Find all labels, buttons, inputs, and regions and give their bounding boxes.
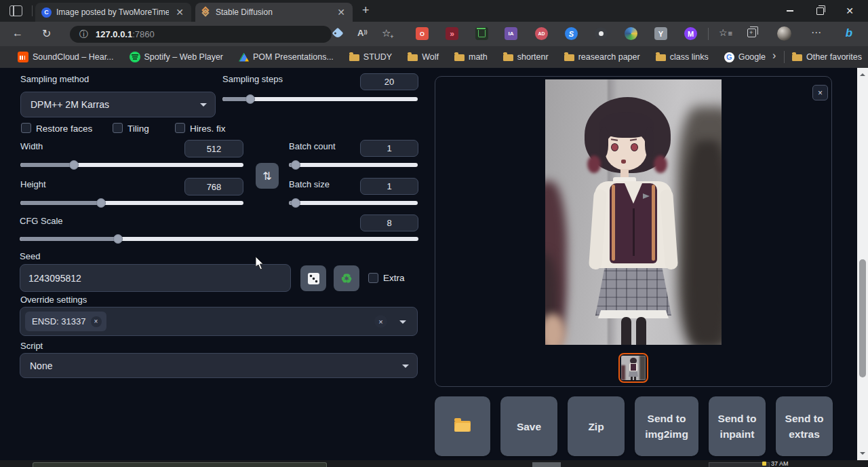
width-value[interactable]: 512 xyxy=(184,140,243,157)
google-drive-icon xyxy=(239,53,249,62)
shopping-tag-icon[interactable] xyxy=(332,28,344,39)
back-icon[interactable]: ← xyxy=(12,27,23,39)
tiling-label: Tiling xyxy=(127,124,149,134)
more-menu-icon[interactable]: ⋯ xyxy=(811,26,821,39)
profile-avatar[interactable] xyxy=(777,26,791,41)
scrollbar-thumb[interactable] xyxy=(859,259,866,377)
slider-thumb[interactable] xyxy=(245,94,255,104)
new-tab-button[interactable]: + xyxy=(362,4,370,16)
override-settings-box[interactable]: ENSD: 31337 × × xyxy=(20,307,418,336)
bookmark-pom[interactable]: POM Presentations... xyxy=(239,52,334,62)
bookmark-soundcloud[interactable]: SoundCloud – Hear... xyxy=(18,52,114,62)
swap-dimensions-button[interactable]: ⇅ xyxy=(256,163,279,189)
address-bar[interactable]: ⓘ 127.0.0.1:7860 xyxy=(70,26,332,43)
o-extension-icon[interactable]: O xyxy=(416,27,429,40)
height-value[interactable]: 768 xyxy=(184,178,243,195)
taskbar-search-box[interactable] xyxy=(33,462,327,467)
trash-extension-icon[interactable] xyxy=(475,27,488,40)
batch-size-slider[interactable] xyxy=(289,198,418,208)
bookmark-folder-classlinks[interactable]: class links xyxy=(656,52,709,62)
vertical-scrollbar[interactable] xyxy=(857,68,868,460)
sampling-method-value: DPM++ 2M Karras xyxy=(31,99,109,110)
bookmark-spotify[interactable]: Spotify – Web Player xyxy=(130,52,224,62)
zip-button[interactable]: Zip xyxy=(568,396,625,456)
tab-civitai[interactable]: C Image posted by TwoMoreTimes ✕ xyxy=(35,3,191,22)
tab-close-icon[interactable]: ✕ xyxy=(336,7,347,17)
cfg-scale-value[interactable]: 8 xyxy=(360,214,418,231)
slider-thumb[interactable] xyxy=(69,160,79,170)
bookmark-folder-wolf[interactable]: Wolf xyxy=(408,52,439,62)
script-dropdown[interactable]: None xyxy=(20,353,418,378)
monica-extension-icon[interactable]: M xyxy=(684,27,697,40)
height-slider[interactable] xyxy=(20,198,243,208)
bookmark-google[interactable]: GGoogle xyxy=(724,52,766,62)
tab-groups-icon[interactable] xyxy=(9,5,22,16)
chip-remove-icon[interactable]: × xyxy=(91,316,102,327)
batch-count-slider[interactable] xyxy=(289,160,418,170)
tiling-checkbox[interactable] xyxy=(113,123,123,133)
bing-icon[interactable]: b xyxy=(841,25,857,41)
extra-checkbox[interactable] xyxy=(368,273,378,283)
restore-button[interactable] xyxy=(804,0,835,22)
globe-extension-icon[interactable] xyxy=(625,27,637,40)
gallery-thumbnail-selected[interactable] xyxy=(618,353,648,383)
bookmark-label: math xyxy=(469,52,488,62)
bookmark-folder-study[interactable]: STUDY xyxy=(349,52,392,62)
close-window-button[interactable]: ✕ xyxy=(834,0,865,22)
favorites-list-icon[interactable]: ☆ xyxy=(719,27,732,38)
video-downloader-extension-icon[interactable]: » xyxy=(446,27,458,40)
bookmark-folder-math[interactable]: math xyxy=(454,52,488,62)
slider-thumb[interactable] xyxy=(113,234,123,244)
add-favorite-icon[interactable]: ☆ xyxy=(382,27,391,39)
dice-icon xyxy=(308,273,319,284)
restore-icon xyxy=(816,7,824,15)
send-to-extras-button[interactable]: Send to extras xyxy=(776,396,833,456)
open-folder-button[interactable] xyxy=(435,396,490,456)
collections-icon[interactable] xyxy=(747,29,756,37)
adblock-extension-icon[interactable]: AD xyxy=(535,27,548,40)
scroll-up-icon[interactable] xyxy=(860,71,865,76)
shazam-extension-icon[interactable]: S xyxy=(565,27,578,40)
restore-faces-checkbox[interactable] xyxy=(21,123,31,133)
extra-label: Extra xyxy=(383,273,405,283)
save-button[interactable]: Save xyxy=(500,396,557,456)
reload-icon[interactable]: ↻ xyxy=(42,27,51,40)
y-extension-icon[interactable]: Y xyxy=(654,27,667,40)
send-to-img2img-button[interactable]: Send to img2img xyxy=(635,396,698,456)
slider-thumb[interactable] xyxy=(291,198,300,208)
ia-extension-icon[interactable]: IA xyxy=(505,27,517,40)
seed-input[interactable] xyxy=(20,264,291,292)
generated-image[interactable] xyxy=(545,79,722,345)
sampling-steps-value[interactable]: 20 xyxy=(360,73,418,90)
clear-selection-icon[interactable]: × xyxy=(374,315,387,328)
location-extension-icon[interactable] xyxy=(595,27,608,40)
batch-size-value[interactable]: 1 xyxy=(360,178,418,195)
thumb-leg xyxy=(631,377,633,380)
bookmark-folder-shortenr[interactable]: shortenr xyxy=(503,52,549,62)
site-info-icon[interactable]: ⓘ xyxy=(79,29,88,41)
reuse-seed-button[interactable]: ♻ xyxy=(334,265,359,291)
sampling-method-dropdown[interactable]: DPM++ 2M Karras xyxy=(20,92,216,117)
cfg-scale-slider[interactable] xyxy=(20,234,418,244)
close-gallery-button[interactable]: × xyxy=(812,85,828,100)
slider-thumb[interactable] xyxy=(291,160,300,170)
bookmark-other-favorites[interactable]: Other favorites xyxy=(792,46,862,68)
tab-stable-diffusion[interactable]: Stable Diffusion ✕ xyxy=(195,3,353,22)
minimize-button[interactable] xyxy=(774,0,806,22)
sampling-steps-label: Sampling steps xyxy=(222,74,283,84)
chevron-down-icon[interactable] xyxy=(399,320,406,327)
sampling-steps-slider[interactable] xyxy=(222,94,418,104)
batch-count-value[interactable]: 1 xyxy=(360,140,418,157)
slider-thumb[interactable] xyxy=(96,198,106,208)
override-chip[interactable]: ENSD: 31337 × xyxy=(25,312,106,331)
bookmark-folder-research[interactable]: reasearch paper xyxy=(564,52,640,62)
scroll-down-icon[interactable] xyxy=(860,452,865,457)
width-slider[interactable] xyxy=(20,160,243,170)
send-to-inpaint-button[interactable]: Send to inpaint xyxy=(709,396,766,456)
read-aloud-icon[interactable]: A)) xyxy=(357,28,368,38)
random-seed-button[interactable] xyxy=(300,265,326,291)
hires-fix-checkbox[interactable] xyxy=(175,123,185,133)
tab-close-icon[interactable]: ✕ xyxy=(174,7,185,17)
bookmarks-overflow-icon[interactable]: › xyxy=(772,50,776,62)
taskbar-app-button[interactable] xyxy=(532,462,561,467)
